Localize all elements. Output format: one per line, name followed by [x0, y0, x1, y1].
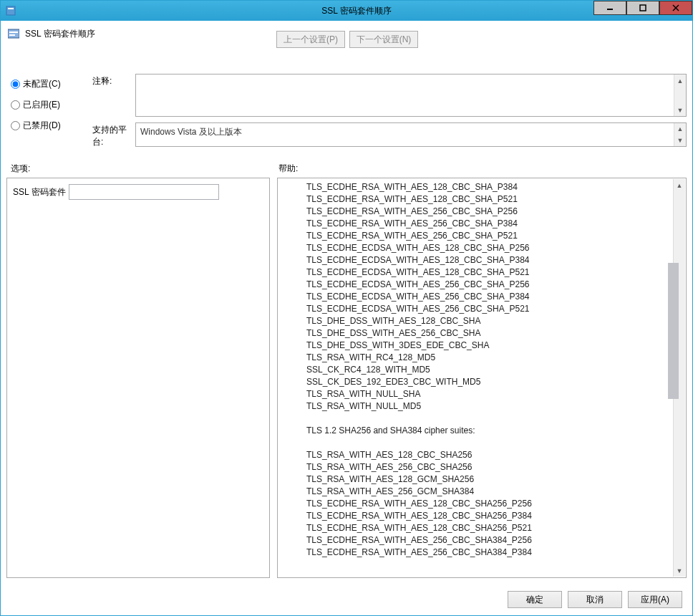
help-scrollbar[interactable]: ▲ ▼: [673, 179, 685, 577]
comment-label: 注释:: [92, 74, 135, 87]
svg-rect-6: [8, 29, 19, 38]
apply-label: 应用(A): [641, 594, 669, 606]
scroll-up-icon[interactable]: ▲: [674, 123, 687, 135]
dialog-window: SSL 密码套件顺序 SSL 密码套件顺序 上一个设置(P) 下一个设置(N): [0, 0, 693, 616]
radio-not-configured-label[interactable]: 未配置(C): [23, 78, 61, 90]
titlebar[interactable]: SSL 密码套件顺序: [1, 1, 692, 21]
radio-not-configured[interactable]: [11, 80, 20, 89]
platform-box: Windows Vista 及以上版本 ▲ ▼: [135, 122, 687, 147]
scroll-thumb[interactable]: [668, 263, 679, 399]
ssl-suites-label: SSL 密码套件: [13, 186, 66, 198]
help-panel: TLS_ECDHE_RSA_WITH_AES_128_CBC_SHA_P384 …: [277, 178, 687, 578]
state-radio-group: 未配置(C) 已启用(E) 已禁用(D): [6, 74, 92, 154]
cancel-label: 取消: [586, 594, 604, 606]
svg-rect-0: [6, 6, 15, 15]
panels: SSL 密码套件 TLS_ECDHE_RSA_WITH_AES_128_CBC_…: [6, 178, 687, 584]
options-panel: SSL 密码套件: [6, 178, 270, 578]
scroll-up-icon[interactable]: ▲: [674, 74, 687, 87]
apply-button[interactable]: 应用(A): [628, 591, 682, 608]
ok-label: 确定: [526, 594, 543, 606]
policy-icon: [6, 27, 21, 41]
next-setting-button[interactable]: 下一个设置(N): [349, 31, 418, 48]
svg-rect-3: [640, 5, 646, 11]
top-area: 未配置(C) 已启用(E) 已禁用(D) 注释: ▲: [6, 74, 687, 154]
ok-button[interactable]: 确定: [508, 591, 562, 608]
fields-column: 注释: ▲ ▼ 支持的平台: Windows Vista 及以上版本 ▲: [92, 74, 687, 154]
window-buttons: [593, 1, 692, 15]
scroll-up-icon[interactable]: ▲: [674, 179, 686, 191]
next-label: 下一个设置(N): [357, 34, 412, 46]
window-title: SSL 密码套件顺序: [21, 5, 692, 17]
scroll-down-icon[interactable]: ▼: [674, 564, 686, 577]
scroll-down-icon[interactable]: ▼: [674, 135, 687, 146]
footer: 确定 取消 应用(A): [1, 584, 692, 615]
ssl-suites-input[interactable]: [69, 184, 219, 200]
prev-label: 上一个设置(P): [284, 34, 338, 46]
platform-value: Windows Vista 及以上版本: [140, 127, 242, 137]
svg-rect-8: [9, 34, 15, 36]
options-section-label: 选项:: [6, 163, 278, 175]
page-title: SSL 密码套件顺序: [25, 27, 95, 40]
comment-textarea[interactable]: ▲ ▼: [135, 74, 687, 117]
content-area: SSL 密码套件顺序 上一个设置(P) 下一个设置(N) 未配置(C) 已启用(…: [1, 21, 692, 584]
help-section-label: 帮助:: [278, 163, 687, 175]
maximize-icon: [639, 4, 646, 11]
minimize-button[interactable]: [593, 1, 626, 15]
comment-scrollbar[interactable]: ▲ ▼: [674, 74, 686, 116]
help-text: TLS_ECDHE_RSA_WITH_AES_128_CBC_SHA_P384 …: [278, 178, 674, 577]
platform-scrollbar[interactable]: ▲ ▼: [674, 123, 686, 146]
prev-setting-button[interactable]: 上一个设置(P): [276, 31, 345, 48]
app-icon: [1, 6, 21, 16]
radio-disabled[interactable]: [11, 121, 20, 130]
radio-enabled-label[interactable]: 已启用(E): [23, 99, 60, 111]
radio-enabled[interactable]: [11, 100, 20, 110]
svg-rect-7: [9, 32, 18, 33]
close-button[interactable]: [659, 1, 692, 15]
radio-disabled-label[interactable]: 已禁用(D): [23, 120, 61, 132]
scroll-down-icon[interactable]: ▼: [674, 104, 687, 116]
section-labels: 选项: 帮助:: [6, 163, 687, 175]
svg-rect-1: [8, 8, 14, 9]
cancel-button[interactable]: 取消: [568, 591, 622, 608]
nav-buttons: 上一个设置(P) 下一个设置(N): [276, 31, 418, 48]
minimize-icon: [606, 4, 614, 11]
maximize-button[interactable]: [626, 1, 659, 15]
close-icon: [672, 4, 679, 11]
platform-label: 支持的平台:: [92, 122, 135, 148]
